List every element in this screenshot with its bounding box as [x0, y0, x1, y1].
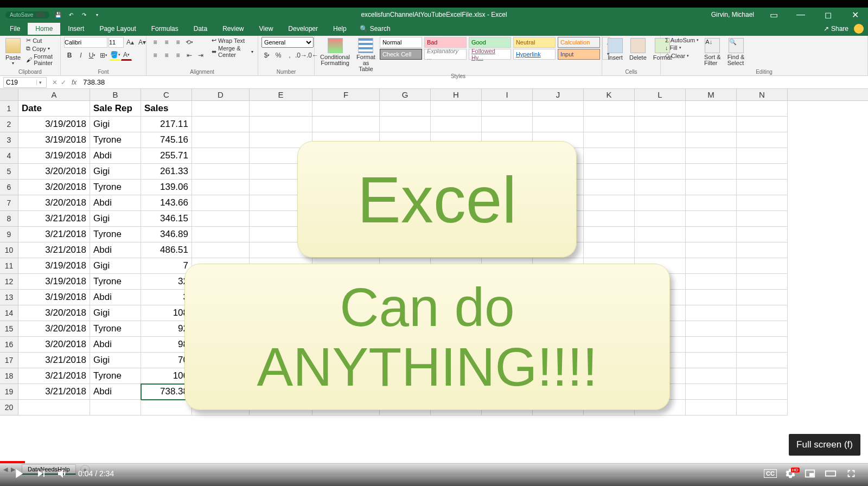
- row-header-17[interactable]: 17: [0, 353, 18, 368]
- settings-button[interactable]: HD: [784, 468, 796, 479]
- align-top-icon[interactable]: ≡: [150, 37, 161, 48]
- name-box[interactable]: C19▾: [3, 77, 47, 88]
- ribbon-tab-data[interactable]: Data: [186, 23, 215, 35]
- cell-A16[interactable]: 3/20/2018: [18, 337, 90, 353]
- cell-A14[interactable]: 3/20/2018: [18, 305, 90, 321]
- cell-B16[interactable]: Abdi: [90, 337, 141, 353]
- maximize-icon[interactable]: ◻: [817, 8, 839, 22]
- ribbon-tab-home[interactable]: Home: [28, 23, 60, 35]
- currency-icon[interactable]: $▾: [261, 50, 272, 61]
- cell-B6[interactable]: Tyrone: [90, 180, 141, 195]
- cell-I1[interactable]: [482, 101, 533, 117]
- row-header-15[interactable]: 15: [0, 321, 18, 337]
- cell-B5[interactable]: Gigi: [90, 164, 141, 180]
- row-header-7[interactable]: 7: [0, 195, 18, 211]
- cell-A3[interactable]: 3/19/2018: [18, 132, 90, 148]
- cell-G1[interactable]: [380, 101, 431, 117]
- cell-N2[interactable]: [737, 117, 788, 132]
- comma-icon[interactable]: ,: [284, 50, 295, 61]
- cell-N12[interactable]: [737, 274, 788, 290]
- cell-N18[interactable]: [737, 368, 788, 384]
- cell-M20[interactable]: [686, 400, 737, 415]
- column-header-A[interactable]: A: [18, 89, 90, 100]
- cell-B3[interactable]: Tyrone: [90, 132, 141, 148]
- cell-N9[interactable]: [737, 227, 788, 242]
- cell-N17[interactable]: [737, 353, 788, 368]
- fill-color-button[interactable]: 🪣▾: [110, 50, 120, 61]
- cell-L2[interactable]: [635, 117, 686, 132]
- column-header-M[interactable]: M: [686, 89, 737, 100]
- italic-button[interactable]: I: [75, 50, 86, 61]
- column-header-N[interactable]: N: [737, 89, 788, 100]
- cell-C20[interactable]: [141, 400, 192, 415]
- spreadsheet-grid[interactable]: ABCDEFGHIJKLMN 1DateSale RepSales23/19/2…: [0, 89, 868, 475]
- row-header-5[interactable]: 5: [0, 164, 18, 180]
- increase-decimal-icon[interactable]: .0→: [296, 50, 307, 61]
- cell-B20[interactable]: [90, 400, 141, 415]
- ribbon-tab-view[interactable]: View: [252, 23, 281, 35]
- cell-N5[interactable]: [737, 164, 788, 180]
- cell-J2[interactable]: [533, 117, 584, 132]
- align-left-icon[interactable]: ≡: [150, 50, 161, 61]
- cell-A1[interactable]: Date: [18, 101, 90, 117]
- column-header-F[interactable]: F: [312, 89, 380, 100]
- autosave-toggle[interactable]: AutoSave: [5, 11, 49, 18]
- cell-M18[interactable]: [686, 368, 737, 384]
- cell-M15[interactable]: [686, 321, 737, 337]
- cell-M13[interactable]: [686, 290, 737, 305]
- column-header-I[interactable]: I: [482, 89, 533, 100]
- cell-B12[interactable]: Tyrone: [90, 274, 141, 290]
- cell-M2[interactable]: [686, 117, 737, 132]
- cell-N3[interactable]: [737, 132, 788, 148]
- font-size-input[interactable]: [108, 37, 124, 48]
- cell-K2[interactable]: [584, 117, 635, 132]
- cell-D6[interactable]: [192, 180, 250, 195]
- font-color-button[interactable]: A▾: [121, 50, 132, 61]
- cell-M6[interactable]: [686, 180, 737, 195]
- cell-B9[interactable]: Tyrone: [90, 227, 141, 242]
- fill-button[interactable]: ↓Fill▾: [664, 44, 700, 51]
- play-button[interactable]: [11, 466, 26, 481]
- row-header-8[interactable]: 8: [0, 211, 18, 227]
- cell-L5[interactable]: [635, 164, 686, 180]
- style-hyperlink[interactable]: Hyperlink: [513, 49, 556, 60]
- cell-C9[interactable]: 346.89: [141, 227, 192, 242]
- cell-D3[interactable]: [192, 132, 250, 148]
- cell-K7[interactable]: [584, 195, 635, 211]
- row-header-6[interactable]: 6: [0, 180, 18, 195]
- ribbon-tab-formulas[interactable]: Formulas: [144, 23, 186, 35]
- increase-indent-icon[interactable]: ⇥: [195, 50, 206, 61]
- row-header-20[interactable]: 20: [0, 400, 18, 415]
- enter-formula-icon[interactable]: ✓: [61, 79, 66, 86]
- cell-K6[interactable]: [584, 180, 635, 195]
- cell-D2[interactable]: [192, 117, 250, 132]
- cell-B17[interactable]: Gigi: [90, 353, 141, 368]
- column-header-G[interactable]: G: [380, 89, 431, 100]
- cell-N4[interactable]: [737, 148, 788, 164]
- cell-A2[interactable]: 3/19/2018: [18, 117, 90, 132]
- ribbon-tab-page-layout[interactable]: Page Layout: [92, 23, 143, 35]
- cell-M14[interactable]: [686, 305, 737, 321]
- cell-C3[interactable]: 745.16: [141, 132, 192, 148]
- cell-K3[interactable]: [584, 132, 635, 148]
- cell-M9[interactable]: [686, 227, 737, 242]
- cell-A20[interactable]: [18, 400, 90, 415]
- sort-filter-button[interactable]: A↓Sort & Filter: [702, 37, 723, 67]
- column-header-H[interactable]: H: [431, 89, 482, 100]
- cell-B11[interactable]: Gigi: [90, 258, 141, 274]
- row-header-12[interactable]: 12: [0, 274, 18, 290]
- cell-F1[interactable]: [312, 101, 380, 117]
- cell-J1[interactable]: [533, 101, 584, 117]
- cell-A11[interactable]: 3/19/2018: [18, 258, 90, 274]
- cell-C4[interactable]: 255.71: [141, 148, 192, 164]
- cell-B4[interactable]: Abdi: [90, 148, 141, 164]
- insert-button[interactable]: Insert: [605, 37, 625, 62]
- ribbon-display-icon[interactable]: ▭: [763, 8, 784, 22]
- style-explanatory[interactable]: Explanatory ...: [424, 49, 467, 60]
- row-header-4[interactable]: 4: [0, 148, 18, 164]
- style-input[interactable]: Input: [558, 49, 600, 60]
- cell-D5[interactable]: [192, 164, 250, 180]
- cell-A17[interactable]: 3/21/2018: [18, 353, 90, 368]
- merge-center-button[interactable]: ⬌Merge & Center▾: [210, 45, 254, 58]
- cell-C8[interactable]: 346.15: [141, 211, 192, 227]
